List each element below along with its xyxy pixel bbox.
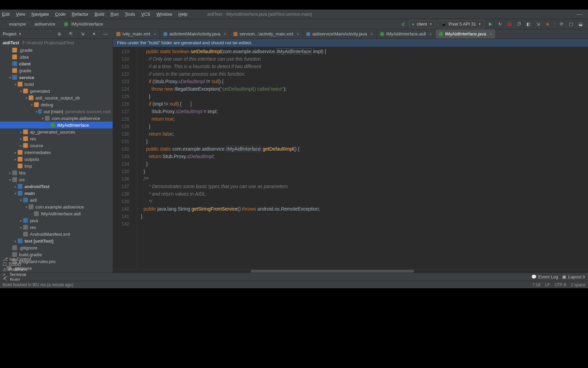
tree-node[interactable]: .gitignore (0, 244, 113, 251)
event-log-button[interactable]: 💬Event Log (531, 274, 558, 279)
back-icon[interactable] (399, 20, 407, 28)
tree-node[interactable]: IMyAidlInterface (0, 122, 113, 128)
hide-icon[interactable]: — (102, 30, 109, 38)
menu-code[interactable]: Code (55, 12, 66, 17)
run-icon[interactable] (487, 20, 494, 28)
tool-window-button[interactable]: >_ Terminal (3, 272, 39, 277)
expand-arrow-icon[interactable]: ▸ (18, 144, 23, 148)
target-icon[interactable]: ⊕ (55, 30, 63, 38)
expand-arrow-icon[interactable]: ▾ (35, 110, 38, 113)
expand-arrow-icon[interactable]: ▸ (13, 185, 18, 188)
tree-node[interactable]: ▸ap_generated_sources (0, 128, 113, 135)
tree-node[interactable]: ▸libs (0, 169, 113, 176)
tree-node[interactable]: .gradle (0, 47, 113, 53)
expand-arrow-icon[interactable]: ▾ (18, 198, 23, 202)
layout-inspector-button[interactable]: ▣Layout Ir (562, 274, 585, 279)
expand-arrow-icon[interactable]: ▸ (7, 171, 12, 175)
menu-window[interactable]: Window (157, 12, 172, 17)
breadcrumb-seg[interactable]: IMyAidlInterface (71, 21, 103, 27)
line-separator[interactable]: LF (545, 282, 550, 287)
expand-arrow-icon[interactable]: ▾ (24, 205, 29, 209)
expand-arrow-icon[interactable]: ▾ (24, 96, 29, 100)
horizontal-scrollbar[interactable] (113, 269, 588, 273)
tree-node[interactable]: ▾aidl (0, 197, 113, 203)
expand-icon[interactable]: ⇱ (67, 30, 75, 38)
menu-vcs[interactable]: VCS (141, 12, 150, 17)
close-tab-icon[interactable]: × (371, 32, 373, 36)
expand-arrow-icon[interactable]: ▸ (18, 226, 23, 229)
file-encoding[interactable]: UTF-8 (555, 282, 566, 287)
close-tab-icon[interactable]: × (154, 32, 156, 36)
expand-arrow-icon[interactable]: ▾ (13, 191, 18, 195)
tree-node[interactable]: ▾generated (0, 88, 113, 94)
sync-icon[interactable]: ⟳ (558, 20, 565, 28)
editor-tab[interactable]: service\...\activity_main.xml× (230, 29, 303, 39)
expand-arrow-icon[interactable]: ▸ (18, 130, 23, 134)
tool-window-button[interactable]: ⚠ Problems (3, 267, 39, 272)
breadcrumb-seg[interactable]: example (9, 21, 26, 27)
tree-node[interactable]: ▾com.example.aidlservice (0, 115, 113, 122)
editor-tab[interactable]: aidlservice\MainActivity.java× (303, 29, 377, 39)
tree-node[interactable]: tmp (0, 163, 113, 169)
tree-node[interactable]: ▾out [main]generated sources root (0, 108, 113, 115)
menu-help[interactable]: Help (178, 12, 187, 17)
tree-node[interactable]: AndroidManifest.xml (0, 231, 113, 237)
minimize-icon[interactable]: — (576, 11, 583, 18)
rerun-icon[interactable]: ↻ (496, 20, 504, 28)
expand-arrow-icon[interactable]: ▸ (18, 137, 23, 141)
tree-node[interactable]: ▾aidl_source_output_dir (0, 94, 113, 101)
tree-node[interactable]: ▾build (0, 81, 113, 88)
tool-window-button[interactable]: ☐ TODO (3, 262, 39, 267)
code-area[interactable]: public static boolean setDefaultImpl(com… (137, 47, 588, 269)
device-selector[interactable]: 📱 Pixel 5 API 31 ▼ (438, 20, 484, 28)
tree-node[interactable]: ▸res (0, 135, 113, 142)
tree-node[interactable]: ▾com.example.aidlservice (0, 203, 113, 210)
module-selector[interactable]: ▸ client ▼ (409, 20, 435, 28)
expand-arrow-icon[interactable]: ▾ (7, 76, 12, 79)
tree-node[interactable]: IMyAidlInterface.aidl (0, 210, 113, 217)
expand-arrow-icon[interactable]: ▸ (13, 239, 18, 243)
menu-tools[interactable]: Tools (125, 12, 135, 17)
expand-arrow-icon[interactable]: ▾ (40, 117, 45, 120)
avd-icon[interactable]: ▢ (567, 20, 575, 28)
tree-node[interactable]: ▸res (0, 224, 113, 231)
menu-navigate[interactable]: Navigate (31, 12, 49, 17)
expand-arrow-icon[interactable]: ▸ (13, 151, 18, 154)
menu-build[interactable]: Build (95, 12, 104, 17)
stop-icon[interactable]: ■ (544, 20, 551, 28)
menu-run[interactable]: Run (111, 12, 119, 17)
tree-node[interactable]: ▸java (0, 217, 113, 224)
coverage-icon[interactable]: ◧ (525, 20, 532, 28)
collapse-icon[interactable]: ⇲ (79, 30, 86, 38)
close-tab-icon[interactable]: × (224, 32, 226, 36)
attach-icon[interactable]: ⇲ (534, 20, 542, 28)
debug-icon[interactable]: 🐞 (506, 20, 513, 28)
tree-root[interactable]: aidlTest F:\Android Project\aidlTest (0, 39, 113, 47)
tree-node[interactable]: ▾service (0, 74, 113, 81)
expand-arrow-icon[interactable]: ▸ (13, 157, 18, 161)
tree-node[interactable]: .idea (0, 53, 113, 60)
tree-node[interactable]: ▸source (0, 142, 113, 149)
expand-arrow-icon[interactable]: ▾ (7, 178, 12, 182)
close-tab-icon[interactable]: × (490, 32, 492, 36)
tree-node[interactable]: ▾src (0, 176, 113, 183)
tree-node[interactable]: ▸intermediates (0, 149, 113, 156)
close-tab-icon[interactable]: × (297, 32, 299, 36)
tree-node[interactable]: ▸test [unitTest] (0, 237, 113, 244)
tree-node[interactable]: ▾debug (0, 101, 113, 108)
line-gutter[interactable]: 1191201211221231241251261271281291301311… (113, 47, 133, 269)
close-tab-icon[interactable]: × (429, 32, 432, 36)
profile-icon[interactable]: ⏱ (515, 20, 523, 28)
breadcrumb-seg[interactable]: aidlservice (34, 21, 55, 27)
expand-arrow-icon[interactable]: ▾ (29, 103, 34, 107)
menu-view[interactable]: View (16, 12, 25, 17)
expand-arrow-icon[interactable]: ▾ (18, 89, 23, 93)
tree-node[interactable]: gradle (0, 67, 113, 74)
editor-tab[interactable]: ivity_main.xml× (113, 29, 160, 39)
editor-tab[interactable]: aidlclient\MainActivity.java× (160, 29, 230, 39)
tool-window-button[interactable]: ⎇ ion Control (3, 257, 39, 262)
indent-setting[interactable]: 2 space (571, 282, 585, 287)
editor-tab[interactable]: IMyAidlInterface.java× (436, 29, 496, 39)
expand-arrow-icon[interactable]: ▾ (13, 82, 18, 86)
caret-position[interactable]: 7:18 (533, 282, 540, 287)
